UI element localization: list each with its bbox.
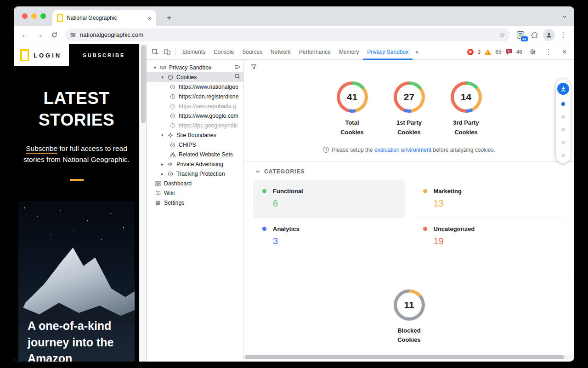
issues-count[interactable]: 46 [516,49,522,55]
first-party-cookies-count: 27 [404,92,414,103]
chevron-collapsed-icon[interactable]: ▸ [161,162,167,167]
back-button[interactable]: ← [18,29,31,41]
blocked-cookies-donut: 11 [394,289,425,321]
tree-item-frame-url[interactable]: https://www.google.com [147,111,243,121]
error-count[interactable]: 3 [478,49,481,55]
page-scrollbar-thumb[interactable] [141,45,146,123]
category-uncategorized[interactable]: Uncategorized 19 [414,218,565,256]
tab-memory[interactable]: Memory [335,44,363,60]
tab-privacy-sandbox[interactable]: Privacy Sandbox [363,44,413,60]
browser-tab[interactable]: National Geographic × [52,10,156,26]
category-analytics[interactable]: Analytics 3 [253,218,405,256]
floating-toolbar [556,79,571,163]
extensions-puzzle-icon[interactable] [528,29,541,41]
category-count: 13 [434,198,558,209]
issues-icon[interactable]: ! [506,49,512,55]
error-icon[interactable] [467,49,474,55]
gear-icon [155,200,162,206]
hero-title[interactable]: A one-of-a-kind journey into the Amazon [28,318,128,362]
download-report-button[interactable] [557,83,569,95]
reload-button[interactable] [48,29,61,41]
evaluation-environment-link[interactable]: evaluation environment [374,147,431,153]
warning-icon[interactable]: ! [485,49,491,55]
megaphone-icon [167,161,175,167]
new-tab-button[interactable]: + [163,12,175,24]
clock-icon [170,113,177,119]
minimize-window-button[interactable] [31,13,37,19]
nav-dot-active[interactable] [561,102,565,106]
chevron-down-icon[interactable] [255,169,260,174]
tree-item-settings[interactable]: Settings [147,198,243,207]
tab-sources[interactable]: Sources [238,44,266,60]
tab-close-icon[interactable]: × [147,15,152,22]
close-window-button[interactable] [22,13,28,19]
psat-extension-button[interactable]: 41 [514,29,526,41]
site-settings-icon[interactable] [70,32,76,38]
nav-dot[interactable] [561,154,565,157]
tree-item-tracking-protection[interactable]: ▸ Tracking Protection [147,169,243,178]
nav-dot[interactable] [561,115,565,119]
first-party-cookies-donut: 27 [394,81,425,113]
profile-avatar[interactable] [543,29,555,41]
zoom-window-button[interactable] [40,13,46,19]
privacy-sandbox-icon [160,64,167,71]
tree-item-private-advertising[interactable]: ▸ Private Advertising [147,159,243,169]
inspect-element-icon[interactable] [149,46,161,58]
horizontal-scrollbar-thumb[interactable] [245,355,564,359]
more-tabs-icon[interactable]: » [413,48,421,55]
tree-item-related-website-sets[interactable]: Related Website Sets [147,150,243,159]
categories-section-header[interactable]: CATEGORIES [244,162,574,175]
tree-item-cookies[interactable]: ▾ Cookies [147,72,243,82]
device-toolbar-icon[interactable] [161,46,173,58]
tree-item-wiki[interactable]: Wiki [147,188,243,198]
tree-item-frame-url[interactable]: https://tpc.googlesyndic [147,121,243,130]
chevron-expanded-icon[interactable]: ▾ [154,65,160,70]
tab-search-chevron-icon[interactable] [560,12,569,21]
warning-count[interactable]: 69 [495,49,501,55]
tab-title: National Geographic [67,15,144,21]
nav-dot[interactable] [561,128,565,132]
tab-network[interactable]: Network [266,44,295,60]
clock-icon [170,84,177,90]
third-party-cookies-label: 3rd Party Cookies [448,118,485,138]
tab-performance[interactable]: Performance [295,44,335,60]
tab-elements[interactable]: Elements [178,44,209,60]
frame-inspect-icon[interactable] [235,74,241,80]
chevron-expanded-icon[interactable]: ▾ [161,75,167,80]
filter-funnel-icon[interactable] [250,63,574,70]
chevron-expanded-icon[interactable]: ▾ [161,133,167,138]
extension-badge: 41 [520,36,528,42]
tree-item-site-boundaries[interactable]: ▾ Site Boundaries [147,130,243,140]
chevron-collapsed-icon[interactable]: ▸ [161,172,167,176]
tree-item-privacy-sandbox[interactable]: ▾ Privacy Sandbox [147,63,243,72]
category-marketing[interactable]: Marketing 13 [414,180,565,218]
natgeo-logo[interactable] [20,49,29,61]
login-button[interactable]: LOGIN [34,52,62,59]
category-functional[interactable]: Functional 6 [253,180,405,218]
yellow-divider [70,179,84,181]
category-count: 3 [273,236,397,247]
tree-item-chips[interactable]: CHIPS [147,140,243,150]
devtools-settings-gear-icon[interactable] [526,46,538,58]
address-bar[interactable]: nationalgeographic.com ☆ [65,29,510,41]
collapse-panel-icon[interactable] [234,64,241,70]
hero-image[interactable]: A one-of-a-kind journey into the Amazon [18,201,135,362]
target-icon [167,171,175,177]
third-party-cookies-chart: 14 3rd Party Cookies [445,81,487,138]
bookmark-star-icon[interactable]: ☆ [499,31,505,39]
nav-dot[interactable] [561,141,565,144]
devtools-close-icon[interactable]: × [559,46,571,58]
browser-menu-kebab-icon[interactable]: ⋮ [557,29,570,41]
forward-button[interactable]: → [33,29,46,41]
devtools-menu-kebab-icon[interactable]: ⋮ [543,46,554,58]
subscribe-button[interactable]: SUBSCRIBE [69,44,139,66]
tree-item-frame-url[interactable]: https://www.nationalgeo [147,82,243,92]
subscribe-link[interactable]: Subscribe [26,144,57,152]
page-scrollbar[interactable] [139,44,146,362]
tree-item-frame-url[interactable]: https://cdn.registerdisne [147,92,243,101]
tab-console[interactable]: Console [209,44,238,60]
tree-item-frame-url[interactable]: https://securepubads.g. [147,101,243,111]
clock-icon [170,93,177,100]
horizontal-scrollbar[interactable] [244,355,574,359]
tree-item-dashboard[interactable]: Dashboard [147,178,243,188]
